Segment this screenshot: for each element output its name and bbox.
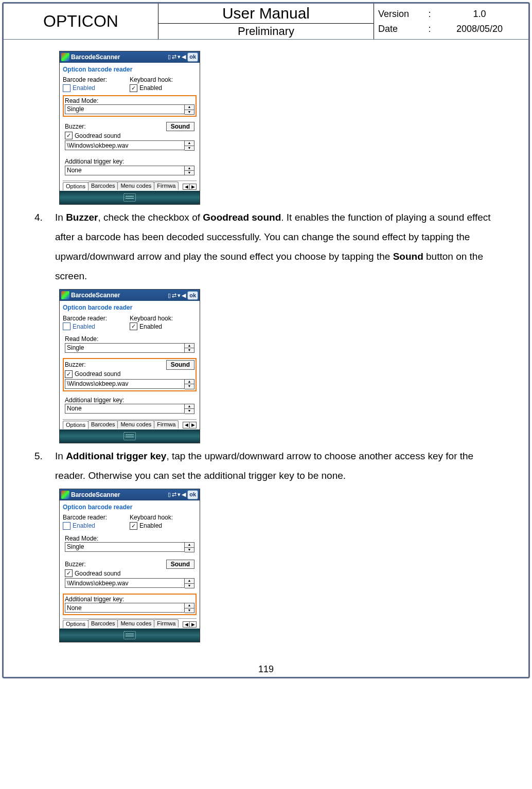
sound-path-up[interactable]: ▲: [185, 579, 194, 583]
keyboard-hook-checkbox[interactable]: ✓: [130, 522, 137, 530]
keyboard-hook-checkbox[interactable]: ✓: [130, 322, 137, 330]
goodread-label: Goodread sound: [75, 370, 120, 378]
keyboard-icon[interactable]: [123, 193, 136, 202]
windows-icon: [61, 53, 69, 61]
tab-barcodes[interactable]: Barcodes: [88, 182, 118, 190]
version-value: 1.0: [435, 9, 524, 20]
read-mode-down[interactable]: ▼: [185, 348, 194, 352]
read-mode-down[interactable]: ▼: [185, 110, 194, 114]
screenshot-buzzer: BarcodeScanner ▯ ⇄ ▾ ◀ ok Opticon barcod…: [59, 289, 200, 443]
sound-path-up[interactable]: ▲: [185, 380, 194, 384]
step-4-num: 4.: [34, 208, 55, 286]
tab-nav[interactable]: ◀▶: [183, 184, 197, 190]
volume-icon: ◀: [182, 292, 186, 299]
sound-button[interactable]: Sound: [166, 122, 194, 131]
tab-firmware[interactable]: Firmwa: [154, 420, 179, 428]
tab-menu-codes[interactable]: Menu codes: [117, 182, 154, 190]
read-mode-label: Read Mode:: [65, 535, 194, 542]
signal-icon: ▯: [168, 292, 171, 299]
keyboard-hook-label: Keyboard hook:: [130, 76, 197, 83]
tray-icons: ▯ ⇄ ▾ ◀: [168, 292, 186, 299]
trigger-down[interactable]: ▼: [185, 409, 194, 413]
read-mode-input[interactable]: Single: [65, 343, 185, 353]
buzzer-label: Buzzer:: [65, 361, 86, 368]
barcode-reader-checkbox[interactable]: [63, 84, 70, 92]
read-mode-up[interactable]: ▲: [185, 105, 194, 110]
goodread-checkbox[interactable]: ✓: [65, 370, 73, 378]
read-mode-up[interactable]: ▲: [185, 543, 194, 547]
sound-button[interactable]: Sound: [166, 560, 194, 569]
tab-options[interactable]: Options: [63, 620, 88, 628]
step-4: 4. In Buzzer, check the checkbox of Good…: [34, 208, 498, 286]
sync-icon: ⇄: [172, 53, 176, 60]
barcode-reader-label: Barcode reader:: [63, 76, 130, 83]
trigger-down[interactable]: ▼: [185, 171, 194, 175]
doc-title: User Manual: [158, 4, 374, 24]
panel-subtitle: Opticon barcode reader: [63, 65, 197, 76]
barcode-reader-checkbox[interactable]: [63, 322, 70, 330]
trigger-up[interactable]: ▲: [185, 404, 194, 409]
tab-menu-codes[interactable]: Menu codes: [117, 619, 154, 627]
trigger-down[interactable]: ▼: [185, 608, 194, 613]
tab-options[interactable]: Options: [63, 182, 88, 190]
goodread-label: Goodread sound: [75, 570, 120, 577]
tab-firmware[interactable]: Firmwa: [154, 182, 179, 190]
trigger-input[interactable]: None: [65, 404, 185, 414]
read-mode-label: Read Mode:: [65, 97, 194, 104]
trigger-label: Additional trigger key:: [65, 158, 194, 165]
keyboard-icon[interactable]: [123, 432, 136, 440]
trigger-up[interactable]: ▲: [185, 166, 194, 171]
tab-firmware[interactable]: Firmwa: [154, 619, 179, 627]
read-mode-down[interactable]: ▼: [185, 548, 194, 552]
barcode-reader-enabled: Enabled: [73, 522, 95, 529]
barcode-reader-enabled: Enabled: [73, 323, 95, 330]
tab-options[interactable]: Options: [63, 421, 88, 429]
keyboard-hook-enabled: Enabled: [139, 522, 162, 529]
step-5-num: 5.: [34, 446, 55, 486]
keyboard-hook-enabled: Enabled: [139, 84, 162, 92]
tab-nav[interactable]: ◀▶: [183, 422, 197, 428]
trigger-input[interactable]: None: [65, 603, 185, 613]
sound-path-up[interactable]: ▲: [185, 141, 194, 146]
panel-subtitle: Opticon barcode reader: [63, 303, 197, 314]
signal-icon: ▯: [168, 53, 171, 60]
barcode-reader-enabled: Enabled: [73, 84, 95, 92]
ok-button[interactable]: ok: [187, 291, 198, 300]
read-mode-input[interactable]: Single: [65, 104, 185, 114]
sound-path-down[interactable]: ▼: [185, 146, 194, 150]
keyboard-hook-checkbox[interactable]: ✓: [130, 84, 137, 92]
step-5: 5. In Additional trigger key, tap the up…: [34, 446, 498, 486]
ok-button[interactable]: ok: [187, 490, 198, 499]
read-mode-up[interactable]: ▲: [185, 344, 194, 348]
trigger-label: Additional trigger key:: [65, 596, 194, 603]
tab-barcodes[interactable]: Barcodes: [88, 420, 118, 428]
tab-nav[interactable]: ◀▶: [183, 621, 197, 628]
sound-path-input[interactable]: \Windows\okbeep.wav: [65, 140, 185, 150]
windows-icon: [61, 291, 69, 299]
trigger-input[interactable]: None: [65, 166, 185, 175]
barcode-reader-checkbox[interactable]: [63, 522, 70, 530]
sound-path-input[interactable]: \Windows\okbeep.wav: [65, 379, 185, 389]
filter-icon: ▾: [178, 53, 181, 60]
keyboard-hook-enabled: Enabled: [139, 323, 162, 330]
window-title: BarcodeScanner: [71, 53, 166, 61]
ok-button[interactable]: ok: [187, 52, 198, 61]
goodread-checkbox[interactable]: ✓: [65, 569, 73, 577]
version-label: Version: [378, 9, 424, 20]
doc-header: OPTICON User Manual Preliminary Version …: [4, 4, 528, 40]
read-mode-input[interactable]: Single: [65, 542, 185, 552]
goodread-checkbox[interactable]: ✓: [65, 132, 73, 139]
sound-button[interactable]: Sound: [166, 360, 194, 369]
signal-icon: ▯: [168, 491, 171, 498]
tab-barcodes[interactable]: Barcodes: [88, 619, 118, 627]
tab-menu-codes[interactable]: Menu codes: [117, 420, 154, 428]
trigger-up[interactable]: ▲: [185, 603, 194, 608]
sound-path-down[interactable]: ▼: [185, 584, 194, 588]
sound-path-down[interactable]: ▼: [185, 384, 194, 388]
filter-icon: ▾: [178, 292, 181, 299]
panel-subtitle: Opticon barcode reader: [63, 503, 197, 514]
sound-path-input[interactable]: \Windows\okbeep.wav: [65, 578, 185, 588]
keyboard-icon[interactable]: [123, 631, 136, 639]
filter-icon: ▾: [178, 491, 181, 498]
goodread-label: Goodread sound: [75, 132, 120, 139]
